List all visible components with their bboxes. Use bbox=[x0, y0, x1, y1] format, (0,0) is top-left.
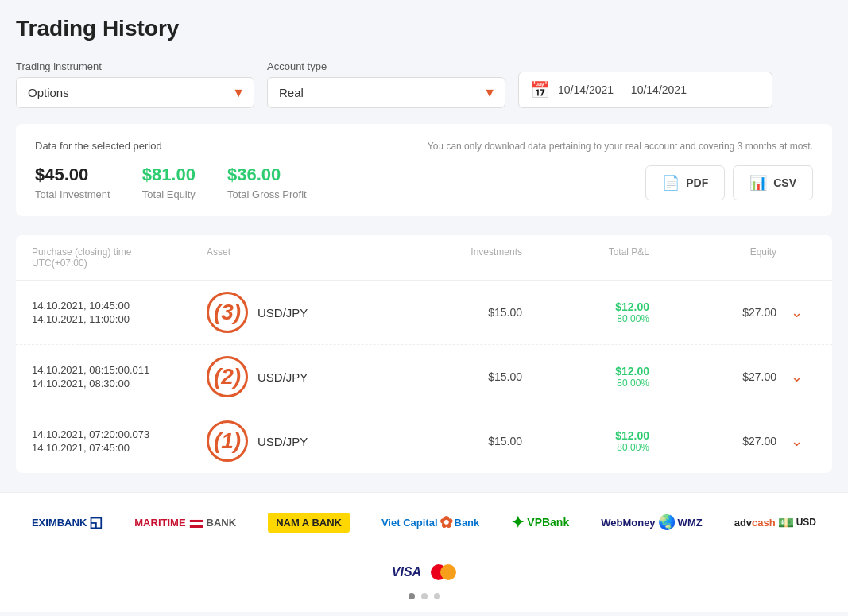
time-cell: 14.10.2021, 10:45:00 14.10.2021, 11:00:0… bbox=[32, 300, 207, 325]
dot-1[interactable] bbox=[409, 593, 415, 599]
time-secondary: 14.10.2021, 11:00:00 bbox=[32, 313, 207, 325]
equity-cell: $27.00 bbox=[649, 435, 776, 447]
account-type-select-wrapper: Real ▼ bbox=[267, 77, 505, 108]
total-equity-card: $81.00 Total Equity bbox=[142, 165, 196, 200]
table-row: 14.10.2021, 10:45:00 14.10.2021, 11:00:0… bbox=[16, 281, 832, 345]
csv-export-button[interactable]: 📊 CSV bbox=[733, 165, 813, 200]
total-investment-label: Total Investment bbox=[35, 188, 110, 200]
asset-name: USD/JPY bbox=[257, 306, 308, 320]
trading-instrument-select-wrapper: Options ▼ bbox=[16, 77, 254, 108]
trading-instrument-label: Trading instrument bbox=[16, 60, 254, 72]
dot-3[interactable] bbox=[434, 593, 440, 599]
header-asset: Asset bbox=[207, 246, 395, 269]
trades-table: Purchase (closing) time UTC(+07:00) Asse… bbox=[16, 235, 832, 473]
maritime-bank-logo: MARITIME ⚌ BANK bbox=[134, 512, 236, 533]
page-title: Trading History bbox=[16, 16, 832, 41]
webmoney-logo: WebMoney 🌏 WMZ bbox=[601, 513, 702, 531]
time-primary: 14.10.2021, 10:45:00 bbox=[32, 300, 207, 312]
total-gross-profit-card: $36.00 Total Gross Profit bbox=[227, 165, 307, 200]
vietcapital-icon: ✿ bbox=[439, 513, 453, 532]
time-cell: 14.10.2021, 07:20:00.073 14.10.2021, 07:… bbox=[32, 428, 207, 454]
equity-cell: $27.00 bbox=[649, 306, 776, 319]
total-gross-profit-label: Total Gross Profit bbox=[227, 188, 307, 200]
eximbank-logo: EXIMBANK ◱ bbox=[32, 513, 103, 531]
time-secondary: 14.10.2021, 08:30:00 bbox=[32, 378, 207, 389]
advcash-logo: advcash 💵 USD bbox=[734, 515, 816, 530]
pnl-percent: 80.00% bbox=[522, 442, 649, 453]
asset-name: USD/JPY bbox=[257, 435, 308, 448]
advcash-icon: 💵 bbox=[778, 515, 794, 530]
pdf-icon: 📄 bbox=[662, 174, 680, 192]
summary-notice: Data for the selected period You can onl… bbox=[35, 140, 813, 152]
table-row: 14.10.2021, 07:20:00.073 14.10.2021, 07:… bbox=[16, 409, 832, 473]
vpbank-logo: ✦ VPBank bbox=[511, 513, 569, 532]
csv-label: CSV bbox=[773, 176, 796, 189]
date-range-text: 10/14/2021 — 10/14/2021 bbox=[558, 83, 687, 96]
investment-cell: $15.00 bbox=[395, 306, 522, 319]
time-primary: 14.10.2021, 08:15:00.011 bbox=[32, 364, 207, 376]
table-row: 14.10.2021, 08:15:00.011 14.10.2021, 08:… bbox=[16, 345, 832, 409]
partners-section: EXIMBANK ◱ MARITIME ⚌ BANK NAM A BANK Vi… bbox=[0, 492, 848, 612]
expand-button[interactable]: ⌄ bbox=[776, 432, 816, 450]
trade-badge: (3) bbox=[207, 292, 248, 333]
header-expand bbox=[776, 246, 816, 269]
equity-cell: $27.00 bbox=[649, 370, 776, 383]
mastercard-circle2 bbox=[440, 564, 456, 580]
vpbank-icon: ✦ bbox=[511, 513, 525, 532]
asset-cell: (1) USD/JPY bbox=[207, 420, 395, 462]
header-equity: Equity bbox=[649, 246, 776, 269]
asset-cell: (2) USD/JPY bbox=[207, 356, 395, 397]
asset-name: USD/JPY bbox=[257, 370, 308, 384]
trading-instrument-select[interactable]: Options bbox=[16, 77, 254, 108]
calendar-icon: 📅 bbox=[530, 80, 550, 99]
total-gross-profit-amount: $36.00 bbox=[227, 165, 307, 185]
export-actions: 📄 PDF 📊 CSV bbox=[645, 165, 813, 200]
account-type-select[interactable]: Real bbox=[267, 77, 505, 108]
summary-cards: $45.00 Total Investment $81.00 Total Equ… bbox=[35, 165, 813, 200]
account-type-filter: Account type Real ▼ bbox=[267, 60, 505, 108]
pnl-percent: 80.00% bbox=[522, 313, 649, 324]
time-cell: 14.10.2021, 08:15:00.011 14.10.2021, 08:… bbox=[32, 364, 207, 389]
header-total-pnl: Total P&L bbox=[522, 246, 649, 269]
pnl-cell: $12.00 80.00% bbox=[522, 365, 649, 389]
maritime-icon: ⚌ bbox=[188, 512, 204, 533]
pnl-amount: $12.00 bbox=[522, 429, 649, 442]
total-investment-amount: $45.00 bbox=[35, 165, 110, 185]
time-secondary: 14.10.2021, 07:45:00 bbox=[32, 442, 207, 454]
pnl-amount: $12.00 bbox=[522, 365, 649, 378]
table-header: Purchase (closing) time UTC(+07:00) Asse… bbox=[16, 235, 832, 281]
time-primary: 14.10.2021, 07:20:00.073 bbox=[32, 428, 207, 440]
filters-row: Trading instrument Options ▼ Account typ… bbox=[16, 60, 832, 108]
account-type-label: Account type bbox=[267, 60, 505, 72]
partners-logos: EXIMBANK ◱ MARITIME ⚌ BANK NAM A BANK Vi… bbox=[16, 512, 832, 580]
table-body: 14.10.2021, 10:45:00 14.10.2021, 11:00:0… bbox=[16, 281, 832, 473]
trading-instrument-filter: Trading instrument Options ▼ bbox=[16, 60, 254, 108]
webmoney-icon: 🌏 bbox=[658, 513, 676, 531]
header-time: Purchase (closing) time UTC(+07:00) bbox=[32, 246, 207, 269]
pagination-dots bbox=[16, 593, 832, 599]
investment-cell: $15.00 bbox=[395, 435, 522, 447]
date-picker[interactable]: 📅 10/14/2021 — 10/14/2021 bbox=[518, 72, 772, 108]
pnl-amount: $12.00 bbox=[522, 300, 649, 313]
pdf-export-button[interactable]: 📄 PDF bbox=[645, 165, 725, 200]
pnl-cell: $12.00 80.00% bbox=[522, 300, 649, 324]
expand-button[interactable]: ⌄ bbox=[776, 304, 816, 321]
vietcapital-logo: Viet Capital ✿ Bank bbox=[381, 513, 479, 532]
trade-badge: (2) bbox=[207, 356, 248, 397]
pnl-percent: 80.00% bbox=[522, 378, 649, 389]
pdf-label: PDF bbox=[686, 176, 708, 189]
eximbank-icon: ◱ bbox=[89, 513, 103, 531]
pnl-cell: $12.00 80.00% bbox=[522, 429, 649, 453]
investment-cell: $15.00 bbox=[395, 370, 522, 383]
csv-icon: 📊 bbox=[749, 174, 767, 192]
date-range-filter: 📅 10/14/2021 — 10/14/2021 bbox=[518, 72, 772, 108]
trade-badge: (1) bbox=[207, 420, 248, 462]
namabank-logo: NAM A BANK bbox=[268, 513, 350, 533]
summary-section: Data for the selected period You can onl… bbox=[16, 124, 832, 216]
total-investment-card: $45.00 Total Investment bbox=[35, 165, 110, 200]
total-equity-label: Total Equity bbox=[142, 188, 196, 200]
expand-button[interactable]: ⌄ bbox=[776, 368, 816, 385]
asset-cell: (3) USD/JPY bbox=[207, 292, 395, 333]
dot-2[interactable] bbox=[421, 593, 428, 599]
download-hint: You can only download data pertaining to… bbox=[428, 141, 813, 152]
